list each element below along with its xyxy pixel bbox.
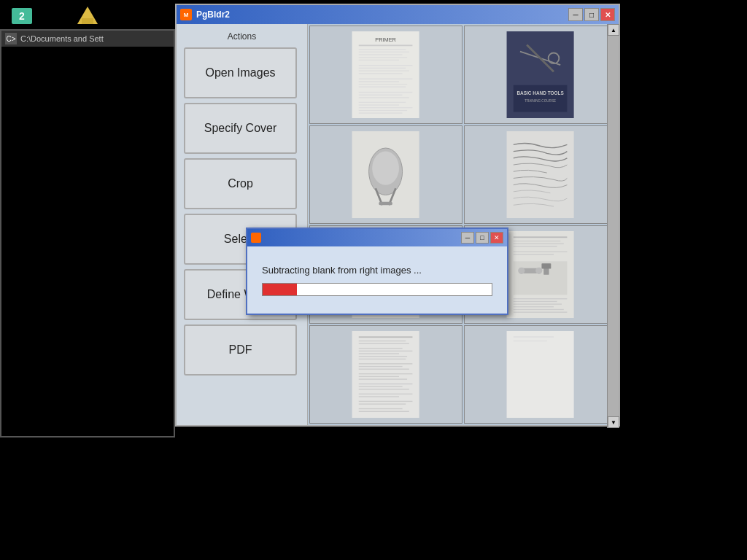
svg-point-39 bbox=[373, 151, 400, 184]
svg-rect-86 bbox=[514, 308, 564, 309]
svg-rect-94 bbox=[359, 353, 399, 354]
svg-rect-115 bbox=[252, 234, 260, 241]
main-content: Actions Open Images Specify Cover Crop S… bbox=[177, 24, 619, 425]
svg-rect-9 bbox=[359, 49, 406, 50]
svg-rect-17 bbox=[359, 73, 403, 74]
dialog-titlebar: ─ □ ✕ bbox=[247, 229, 507, 246]
svg-rect-12 bbox=[359, 57, 407, 58]
scroll-track[interactable] bbox=[608, 36, 619, 416]
terminal-icon: C> bbox=[5, 33, 17, 44]
image-cell-4 bbox=[464, 125, 617, 224]
dialog-maximize-button[interactable]: □ bbox=[476, 232, 489, 244]
open-images-button[interactable]: Open Images bbox=[184, 47, 297, 98]
svg-rect-15 bbox=[359, 67, 406, 68]
svg-rect-19 bbox=[359, 81, 399, 82]
svg-rect-28 bbox=[359, 109, 407, 110]
close-button[interactable]: ✕ bbox=[600, 8, 615, 21]
terminal-title: C:\Documents and Sett bbox=[20, 34, 104, 43]
progress-bar-container bbox=[262, 283, 492, 296]
actions-label: Actions bbox=[184, 31, 300, 42]
specify-cover-button[interactable]: Specify Cover bbox=[184, 103, 297, 154]
svg-rect-95 bbox=[359, 356, 407, 357]
svg-point-78 bbox=[519, 267, 525, 273]
image-cell-1: PRIMER bbox=[309, 26, 462, 124]
dialog-message: Subtracting blank from right images ... bbox=[262, 265, 492, 276]
svg-rect-70 bbox=[514, 236, 568, 238]
svg-rect-87 bbox=[514, 311, 568, 312]
svg-rect-111 bbox=[359, 411, 409, 411]
svg-rect-13 bbox=[359, 59, 399, 60]
svg-rect-110 bbox=[359, 408, 403, 409]
svg-rect-23 bbox=[359, 94, 403, 95]
svg-rect-71 bbox=[514, 241, 560, 241]
dialog-close-button[interactable]: ✕ bbox=[490, 232, 503, 244]
image-cell-8 bbox=[464, 325, 617, 424]
svg-text:2: 2 bbox=[19, 10, 25, 22]
image-cell-7 bbox=[309, 325, 462, 424]
svg-rect-24 bbox=[359, 97, 409, 98]
main-window-title: PgBldr2 bbox=[196, 9, 230, 20]
terminal-window: C> C:\Documents and Sett bbox=[0, 29, 175, 438]
svg-rect-103 bbox=[359, 383, 413, 384]
maximize-button[interactable]: □ bbox=[584, 8, 599, 21]
svg-rect-112 bbox=[507, 331, 574, 419]
svg-rect-107 bbox=[359, 396, 399, 397]
minimize-button[interactable]: ─ bbox=[568, 8, 583, 21]
main-window-icon: M bbox=[180, 9, 192, 20]
svg-rect-22 bbox=[359, 92, 413, 93]
svg-rect-20 bbox=[359, 83, 407, 84]
svg-rect-101 bbox=[359, 376, 399, 376]
svg-rect-83 bbox=[514, 300, 557, 301]
desktop: 2 R My My C> C:\Documents and Sett bbox=[0, 0, 747, 560]
scroll-up-button[interactable]: ▲ bbox=[608, 24, 619, 36]
main-scrollbar: ▲ ▼ bbox=[607, 24, 619, 425]
svg-rect-72 bbox=[514, 243, 564, 244]
images-area: PRIMER bbox=[308, 24, 619, 425]
svg-text:TRAINING COURSE: TRAINING COURSE bbox=[525, 98, 557, 102]
svg-rect-84 bbox=[514, 303, 562, 304]
pdf-button[interactable]: PDF bbox=[184, 324, 297, 376]
desktop-icons-area: 2 bbox=[4, 4, 106, 27]
svg-rect-92 bbox=[359, 348, 403, 349]
svg-text:BASIC HAND TOOLS: BASIC HAND TOOLS bbox=[517, 90, 565, 96]
actions-panel: Actions Open Images Specify Cover Crop S… bbox=[177, 24, 308, 425]
svg-rect-82 bbox=[514, 298, 568, 299]
terminal-titlebar: C> C:\Documents and Sett bbox=[1, 31, 174, 47]
svg-rect-102 bbox=[359, 378, 407, 379]
svg-rect-85 bbox=[514, 306, 554, 307]
svg-rect-96 bbox=[359, 358, 406, 359]
main-window: M PgBldr2 ─ □ ✕ Actions Open Images Spec… bbox=[175, 4, 620, 427]
dialog-minimize-button[interactable]: ─ bbox=[461, 232, 474, 244]
svg-rect-81 bbox=[542, 263, 551, 268]
svg-rect-97 bbox=[359, 363, 413, 364]
svg-rect-89 bbox=[359, 336, 413, 338]
svg-rect-90 bbox=[359, 341, 406, 341]
svg-text:M: M bbox=[184, 12, 189, 18]
crop-button[interactable]: Crop bbox=[184, 158, 297, 209]
dialog-titlebar-buttons: ─ □ ✕ bbox=[461, 232, 503, 244]
desktop-icon-2[interactable] bbox=[69, 4, 106, 27]
progress-dialog: ─ □ ✕ Subtracting blank from right image… bbox=[246, 228, 508, 315]
titlebar-buttons: ─ □ ✕ bbox=[568, 8, 615, 21]
svg-rect-73 bbox=[514, 246, 557, 246]
desktop-icon-1[interactable]: 2 bbox=[4, 4, 40, 27]
main-titlebar: M PgBldr2 ─ □ ✕ bbox=[177, 5, 619, 24]
svg-rect-18 bbox=[359, 78, 413, 79]
svg-rect-93 bbox=[359, 350, 413, 351]
image-cell-3 bbox=[309, 125, 462, 224]
svg-rect-98 bbox=[359, 366, 403, 367]
svg-text:PRIMER: PRIMER bbox=[376, 36, 397, 42]
terminal-body bbox=[1, 47, 174, 436]
svg-rect-106 bbox=[359, 393, 413, 394]
svg-rect-26 bbox=[359, 104, 399, 105]
svg-rect-10 bbox=[359, 51, 409, 52]
svg-rect-11 bbox=[359, 54, 403, 55]
svg-rect-113 bbox=[514, 336, 554, 337]
svg-rect-108 bbox=[359, 400, 413, 401]
svg-rect-25 bbox=[359, 101, 406, 102]
svg-rect-27 bbox=[359, 107, 413, 108]
svg-rect-42 bbox=[379, 201, 392, 205]
scroll-down-button[interactable]: ▼ bbox=[608, 416, 619, 425]
svg-rect-14 bbox=[359, 65, 413, 66]
svg-rect-114 bbox=[514, 341, 547, 341]
